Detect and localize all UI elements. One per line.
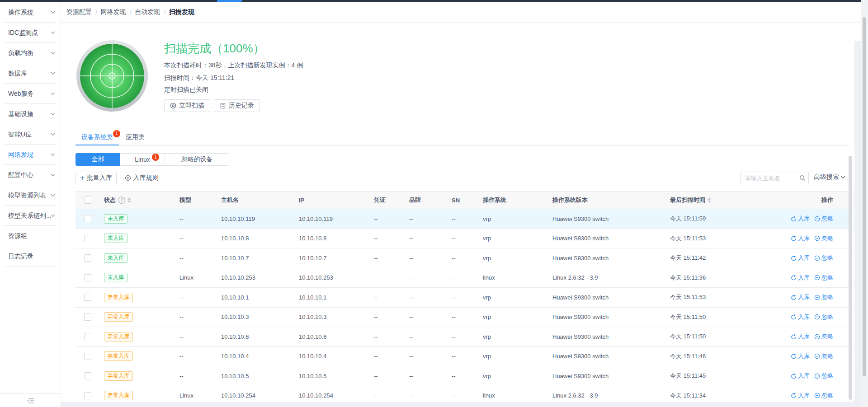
- row-checkbox[interactable]: [84, 254, 91, 262]
- cell-brand: --: [401, 353, 443, 360]
- active-tab-underline: [75, 145, 119, 145]
- ignore-link[interactable]: 忽略: [814, 313, 833, 321]
- row-checkbox[interactable]: [84, 215, 91, 222]
- breadcrumb-item[interactable]: 网络发现: [101, 8, 126, 16]
- chevron-down-icon: [51, 72, 55, 75]
- cell-last_scan: 今天 15:11:53: [662, 293, 791, 301]
- ignore-link[interactable]: 忽略: [814, 215, 833, 223]
- sidebar-item[interactable]: 智能U位: [0, 124, 61, 145]
- sidebar-item-label: 操作系统: [8, 9, 51, 17]
- page-scrollbar[interactable]: [861, 0, 868, 407]
- row-checkbox[interactable]: [84, 294, 91, 301]
- cell-brand: --: [401, 313, 443, 320]
- chevron-down-icon: [51, 194, 55, 197]
- sidebar-collapse-button[interactable]: [0, 393, 61, 407]
- ingest-link[interactable]: 入库: [791, 274, 810, 282]
- ingest-link[interactable]: 入库: [791, 293, 810, 301]
- cell-host: 10.10.10.3: [213, 313, 291, 320]
- sidebar-item[interactable]: 日志记录: [0, 246, 61, 267]
- filter-all[interactable]: 全部: [75, 153, 120, 166]
- ingest-link[interactable]: 入库: [791, 392, 810, 400]
- cell-ip: 10.10.10.6: [291, 333, 366, 340]
- tab-application[interactable]: 应用类: [126, 131, 145, 145]
- ignore-link[interactable]: 忽略: [814, 392, 833, 400]
- ignore-link[interactable]: 忽略: [814, 372, 833, 380]
- ignore-link[interactable]: 忽略: [814, 352, 833, 360]
- ingest-link[interactable]: 入库: [791, 313, 810, 321]
- select-all-checkbox[interactable]: [84, 196, 91, 204]
- ignore-icon: [814, 314, 820, 320]
- row-checkbox[interactable]: [84, 274, 91, 281]
- ingest-link[interactable]: 入库: [791, 215, 810, 223]
- breadcrumb-item[interactable]: 自动发现: [135, 8, 160, 16]
- cell-last_scan: 今天 15:11:45: [662, 372, 791, 380]
- cell-host: 10.10.10.119: [213, 215, 291, 222]
- search-icon[interactable]: [799, 175, 806, 181]
- sidebar-item[interactable]: 负载均衡: [0, 43, 61, 63]
- history-button[interactable]: 历史记录: [214, 99, 260, 112]
- ignore-link[interactable]: 忽略: [814, 332, 833, 341]
- cell-credential: --: [366, 235, 401, 242]
- batch-ingest-button[interactable]: + 批量入库: [75, 172, 117, 184]
- sidebar-item[interactable]: 模型资源列表: [0, 185, 61, 206]
- advanced-search-toggle[interactable]: 高级搜索: [814, 173, 845, 181]
- chevron-down-icon: [51, 112, 55, 116]
- ignore-link[interactable]: 忽略: [814, 234, 833, 243]
- last-scan-sorter[interactable]: [708, 197, 711, 203]
- filter-ignored-devices[interactable]: 忽略的设备: [165, 153, 229, 166]
- sidebar-item[interactable]: 配置中心: [0, 165, 61, 185]
- breadcrumb-item[interactable]: 资源配置: [66, 8, 92, 16]
- sidebar-item[interactable]: 模型关系链列...: [0, 206, 61, 226]
- ingest-link[interactable]: 入库: [791, 332, 810, 341]
- chevron-down-icon: [51, 133, 55, 136]
- table-row: 异常入库--10.10.10.410.10.10.4------vrpHuawe…: [75, 347, 849, 367]
- cell-sn: --: [443, 294, 475, 301]
- sidebar-item[interactable]: IDC监测点: [0, 23, 61, 43]
- scheduled-scan-text: 定时扫描已关闭: [164, 86, 208, 94]
- scan-now-button[interactable]: 立即扫描: [164, 99, 210, 112]
- ingest-link[interactable]: 入库: [791, 372, 810, 380]
- ignore-link[interactable]: 忽略: [814, 293, 833, 301]
- target-icon: [170, 103, 176, 109]
- status-help-icon[interactable]: ?: [118, 196, 125, 204]
- sidebar-item[interactable]: 网络发现: [0, 145, 61, 165]
- cell-last_scan: 今天 15:11:42: [662, 254, 791, 262]
- ingest-rule-button[interactable]: 入库规则: [121, 172, 162, 184]
- ingest-link[interactable]: 入库: [791, 254, 810, 262]
- row-checkbox[interactable]: [84, 372, 91, 379]
- ingest-icon: [791, 393, 797, 398]
- cell-os: vrp: [475, 235, 544, 242]
- row-checkbox[interactable]: [84, 235, 91, 242]
- scan-now-label: 立即扫描: [179, 102, 204, 110]
- ignore-label: 忽略: [821, 372, 833, 380]
- search-input[interactable]: [740, 172, 809, 184]
- ignore-link[interactable]: 忽略: [814, 254, 833, 262]
- sidebar-item[interactable]: 数据库: [0, 63, 61, 84]
- ingest-icon: [791, 255, 797, 261]
- status-sorter[interactable]: [127, 197, 131, 203]
- ingest-label: 入库: [798, 313, 810, 321]
- table-scrollbar-thumb[interactable]: [849, 156, 852, 400]
- row-checkbox[interactable]: [84, 313, 91, 321]
- status-badge: 异常入库: [104, 312, 133, 322]
- cell-os_version: Linux 2.6.32 - 3.9: [544, 392, 662, 399]
- cell-host: 10.10.10.254: [213, 392, 291, 399]
- row-checkbox[interactable]: [84, 392, 91, 399]
- row-checkbox[interactable]: [84, 333, 91, 340]
- cell-brand: --: [401, 294, 443, 301]
- sidebar-item[interactable]: 基础设施: [0, 104, 61, 124]
- tab-device-system[interactable]: 设备系统类: [81, 131, 113, 145]
- status-badge: 异常入库: [104, 293, 133, 302]
- cell-credential: --: [366, 255, 401, 262]
- sidebar-item[interactable]: 资源组: [0, 226, 61, 246]
- ingest-link[interactable]: 入库: [791, 234, 810, 243]
- sidebar-item-label: IDC监测点: [8, 29, 51, 37]
- sidebar-item-label: 模型资源列表: [8, 192, 51, 200]
- collapse-menu-icon: [27, 398, 34, 404]
- ingest-link[interactable]: 入库: [791, 352, 810, 360]
- row-checkbox[interactable]: [84, 353, 91, 360]
- sidebar-item[interactable]: 操作系统: [0, 2, 61, 23]
- page-scrollbar-thumb[interactable]: [863, 17, 866, 376]
- ignore-link[interactable]: 忽略: [814, 274, 833, 282]
- sidebar-item[interactable]: Web服务: [0, 84, 61, 104]
